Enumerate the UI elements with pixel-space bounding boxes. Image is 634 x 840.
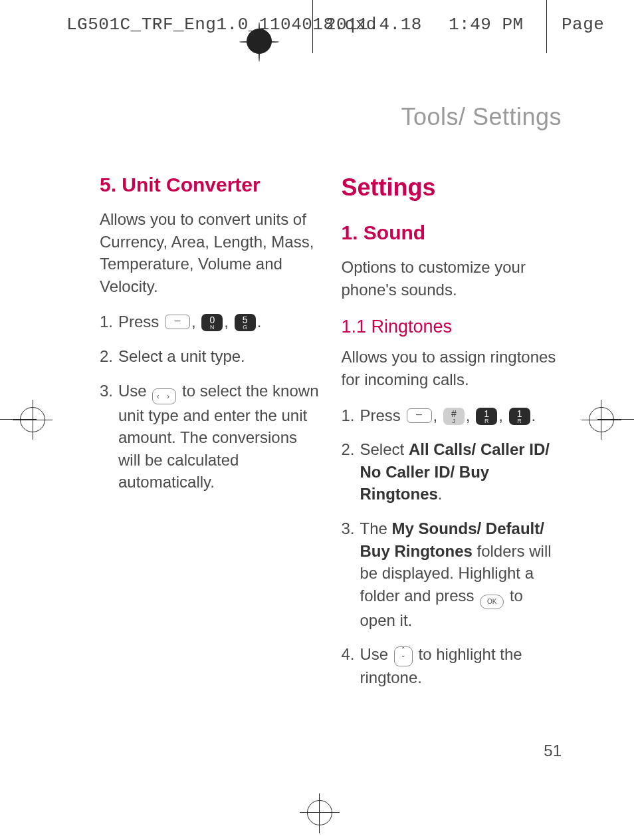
left-column: 5. Unit Converter Allows you to convert … [100, 171, 320, 701]
section-heading-unit-converter: 5. Unit Converter [100, 171, 320, 199]
page-content: Tools/ Settings 5. Unit Converter Allows… [100, 103, 562, 701]
step-item: Use to select the known unit type and en… [100, 380, 320, 493]
keypad-5-icon: 5G [235, 314, 256, 331]
keypad-0-icon: 0N [201, 314, 223, 331]
subsection-blurb: Allows you to assign ringtones for incom… [342, 346, 562, 390]
crop-mark [319, 793, 320, 833]
steps-list-right: Press , #J, 1R, 1R. Select All Calls/ Ca… [342, 404, 562, 689]
step-item: Select All Calls/ Caller ID/ No Caller I… [342, 438, 562, 505]
keypad-1-icon: 1R [509, 408, 530, 425]
nav-up-down-icon [394, 646, 413, 666]
print-time: 1:49 PM [449, 15, 524, 35]
crop-mark [546, 0, 547, 53]
crop-mark [581, 420, 621, 420]
crop-mark [312, 0, 313, 53]
left-softkey-icon [165, 315, 190, 329]
crop-mark [300, 812, 340, 813]
step-item: Use to highlight the ringtone. [342, 643, 562, 689]
right-column: Settings 1. Sound Options to customize y… [342, 171, 562, 701]
running-head: Tools/ Settings [100, 103, 562, 131]
page-number: 51 [544, 742, 562, 760]
steps-list-left: Press , 0N, 5G. Select a unit type. Use … [100, 311, 320, 493]
section-blurb: Allows you to convert units of Currency,… [100, 208, 320, 297]
crop-mark-icon [307, 800, 332, 825]
print-page-label: Page [562, 15, 604, 35]
step-item: The My Sounds/ Default/ Buy Ringtones fo… [342, 517, 562, 631]
section-blurb: Options to customize your phone's sounds… [342, 256, 562, 301]
crop-mark [13, 420, 53, 420]
subsection-heading-ringtones: 1.1 Ringtones [342, 315, 562, 340]
ok-key-icon [480, 595, 504, 609]
step-item: Select a unit type. [100, 345, 320, 368]
nav-left-right-icon [152, 388, 176, 404]
keypad-hash-icon: #J [443, 408, 465, 425]
section-heading-sound: 1. Sound [342, 219, 562, 247]
print-date: 2011.4.18 [326, 15, 422, 35]
settings-heading: Settings [342, 171, 562, 204]
step-item: Press , 0N, 5G. [100, 311, 320, 333]
left-softkey-icon [407, 408, 432, 423]
step-item: Press , #J, 1R, 1R. [342, 404, 562, 427]
keypad-1-icon: 1R [476, 408, 497, 425]
crop-mark [239, 41, 279, 43]
